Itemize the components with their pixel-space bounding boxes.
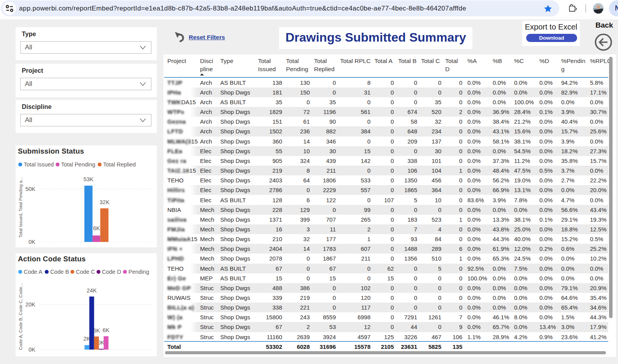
svg-text:0K: 0K <box>28 346 35 353</box>
svg-text:24K: 24K <box>87 287 97 294</box>
svg-text:6K: 6K <box>93 225 100 231</box>
svg-text:50K: 50K <box>25 186 35 192</box>
svg-text:53K: 53K <box>83 176 93 182</box>
svg-text:32K: 32K <box>100 199 110 205</box>
svg-text:6K: 6K <box>93 327 100 334</box>
svg-text:6K: 6K <box>103 327 110 333</box>
svg-text:20K: 20K <box>25 301 35 308</box>
svg-text:Total Issued, Total Pending a.: Total Issued, Total Pending a... <box>18 177 23 238</box>
svg-text:0K: 0K <box>28 239 35 245</box>
svg-text:2K: 2K <box>83 336 90 342</box>
svg-text:Code A, Code B, Code C, Code..: Code A, Code B, Code C, Code... <box>18 283 23 350</box>
